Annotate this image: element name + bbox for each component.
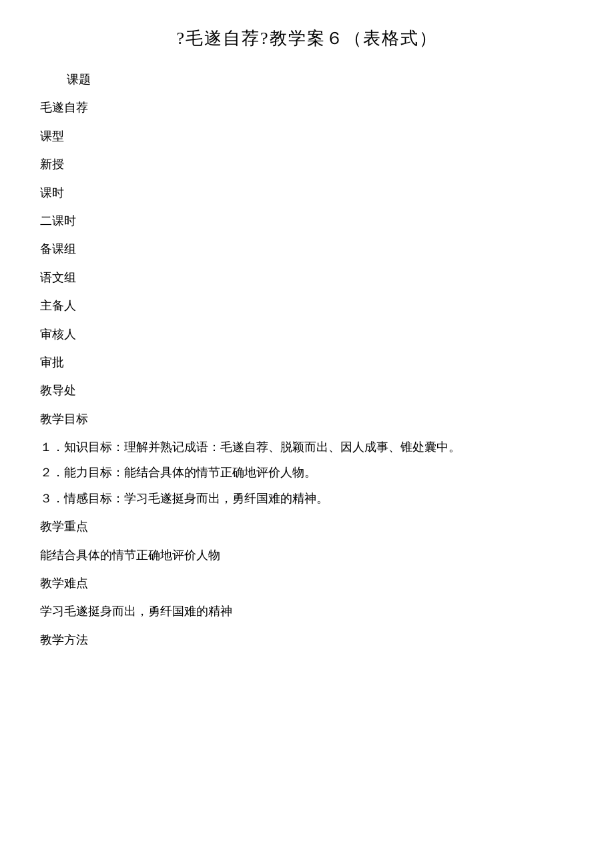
shenheren-label: 审核人 (40, 328, 76, 341)
difficulty-label: 教学难点 (40, 572, 574, 594)
method-label: 教学方法 (40, 629, 574, 650)
field-shenheren-label: 审核人 (40, 324, 574, 345)
jiaoxuenandian-value: 学习毛遂挺身而出，勇纤国难的精神 (40, 604, 232, 618)
keshi-value: 二课时 (40, 214, 76, 228)
field-ketype-value: 新授 (40, 153, 574, 175)
jiaoxuefangfa-label: 教学方法 (40, 633, 88, 646)
field-ketai-label: 课题 (40, 69, 574, 90)
beikeze-label: 备课组 (40, 242, 76, 256)
objective-1: １．知识目标：理解并熟记成语：毛遂自荐、脱颖而出、因人成事、锥处囊中。 (40, 436, 574, 458)
objective-2: ２．能力目标：能结合具体的情节正确地评价人物。 (40, 462, 574, 483)
shenpei-label: 审批 (40, 356, 64, 369)
field-beikeze-label: 备课组 (40, 238, 574, 260)
page-title: ?毛遂自荐?教学案６（表格式） (40, 27, 574, 50)
jiaodaochu-value: 教导处 (40, 384, 76, 397)
jiaoxuenandian-label: 教学难点 (40, 576, 88, 590)
beikeze-value: 语文组 (40, 271, 76, 284)
key-point-value: 能结合具体的情节正确地评价人物 (40, 544, 574, 566)
field-jiaodaochu-value: 教导处 (40, 380, 574, 401)
field-zhubeiren-label: 主备人 (40, 295, 574, 316)
jiaoxuemubiao-label: 教学目标 (40, 412, 88, 426)
field-keshi-value: 二课时 (40, 210, 574, 232)
jiaoxuezhongdian-value: 能结合具体的情节正确地评价人物 (40, 548, 220, 562)
difficulty-value: 学习毛遂挺身而出，勇纤国难的精神 (40, 600, 574, 622)
field-ketype-label: 课型 (40, 125, 574, 147)
jiaoxuezhongdian-label: 教学重点 (40, 520, 88, 533)
field-shenpei-label: 审批 (40, 352, 574, 373)
key-point-label: 教学重点 (40, 516, 574, 537)
ketype-label: 课型 (40, 129, 64, 143)
ketype-value: 新授 (40, 157, 64, 171)
keshi-label: 课时 (40, 186, 64, 199)
field-jiaoxuemubiao-label: 教学目标 (40, 408, 574, 430)
objective-3: ３．情感目标：学习毛遂挺身而出，勇纤国难的精神。 (40, 488, 574, 509)
ketai-label: 课题 (40, 73, 91, 86)
field-keshi-label: 课时 (40, 182, 574, 203)
ketai-value: 毛遂自荐 (40, 101, 88, 114)
field-ketai-value: 毛遂自荐 (40, 97, 574, 118)
zhubeiren-label: 主备人 (40, 299, 76, 312)
field-beikeze-value: 语文组 (40, 267, 574, 288)
